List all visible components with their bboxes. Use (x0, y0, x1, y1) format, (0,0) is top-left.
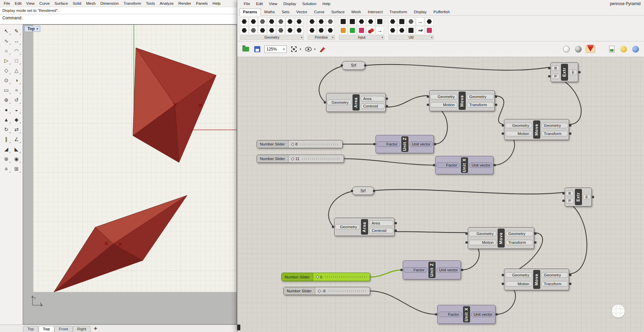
number-slider[interactable]: Number Slider 11 (257, 155, 344, 163)
command-input[interactable]: Command: (0, 14, 237, 24)
input-port[interactable]: Factor (438, 312, 462, 317)
output-port[interactable]: Geometry (506, 231, 534, 236)
curve-tool-icon[interactable]: ∿ (1, 36, 12, 46)
slider-name[interactable]: Number Slider (257, 155, 288, 162)
gh-menu-edit[interactable]: Edit (253, 1, 266, 6)
group-expand-icon[interactable]: ▾ (332, 36, 334, 39)
node-move[interactable]: Geometry Motion Move Geometry Transform (504, 269, 569, 290)
gh-menu-view[interactable]: View (266, 1, 280, 6)
md-slider-icon[interactable] (357, 26, 366, 35)
param-icon[interactable] (308, 26, 316, 35)
info-ball-icon[interactable] (631, 45, 640, 54)
point-tool-icon[interactable]: ● (1, 105, 12, 115)
node-title[interactable]: Move (533, 270, 540, 289)
menu-surface[interactable]: Surface (52, 1, 71, 6)
menu-analyze[interactable]: Analyze (157, 1, 176, 6)
param-icon[interactable] (286, 17, 294, 26)
viewport-menu-caret-icon[interactable]: ▾ (37, 27, 38, 31)
mirror-tool-icon[interactable]: ⇄ (12, 124, 22, 134)
gh-menu-solution[interactable]: Solution (299, 1, 320, 6)
output-port[interactable]: Unit vector (409, 141, 433, 147)
slider-grip[interactable] (318, 289, 321, 293)
relay-icon[interactable] (388, 17, 397, 26)
node-title[interactable]: Move (459, 92, 466, 110)
slider-grip[interactable] (291, 142, 294, 146)
loft-tool-icon[interactable]: ≈ (12, 85, 22, 95)
tab-mesh[interactable]: Mesh (348, 9, 364, 15)
node-move[interactable]: Geometry Motion Move Geometry Transform (429, 90, 495, 111)
output-port[interactable]: Unit vector (471, 312, 495, 317)
group-expand-icon[interactable]: ▾ (382, 36, 383, 39)
polygon-tool-icon[interactable]: ◇ (1, 65, 12, 75)
input-port[interactable]: Geometry (505, 123, 532, 128)
number-slider[interactable]: Number Slider -6 (283, 287, 370, 295)
intersect-tool-icon[interactable]: ⊗ (1, 154, 12, 164)
undo-tool-icon[interactable]: ↺ (12, 95, 22, 105)
slider-track[interactable] (301, 143, 339, 145)
menu-transform[interactable]: Transform (121, 1, 143, 6)
node-unit-x[interactable]: Factor Unit X Unit vector (435, 156, 494, 174)
layers-tool-icon[interactable]: ≡ (1, 164, 12, 174)
boolean-tool-icon[interactable]: ⊕ (1, 95, 12, 105)
fitness-icon[interactable] (407, 26, 415, 35)
input-port[interactable]: Factor (404, 267, 427, 273)
number-slider-icon[interactable] (339, 17, 347, 26)
param-icon[interactable] (258, 26, 267, 35)
gh-canvas[interactable]: Srf B P Extr E Geometry Area Area (237, 57, 644, 332)
node-title[interactable]: Unit Z (428, 262, 436, 278)
input-port[interactable]: B (551, 65, 560, 71)
scribble-icon[interactable] (388, 26, 397, 35)
input-port[interactable]: Geometry (430, 94, 458, 99)
output-port[interactable]: Geometry (541, 272, 568, 278)
output-port[interactable]: E (569, 70, 578, 75)
node-unit-z[interactable]: Factor Unit Z Unit vector (376, 135, 434, 153)
trigger-icon[interactable]: ⇒ (416, 26, 424, 35)
triangle-tool-icon[interactable]: △ (12, 65, 22, 75)
view-tab-front[interactable]: Front (55, 326, 73, 332)
input-port[interactable]: Geometry (335, 224, 360, 230)
output-port[interactable]: Area (361, 96, 385, 101)
gh-menu-file[interactable]: File (241, 1, 253, 6)
zoom-caret-icon[interactable]: ▾ (283, 47, 285, 51)
output-port[interactable]: Transform (506, 240, 534, 245)
node-move[interactable]: Geometry Motion Move Geometry Transform (468, 227, 534, 249)
ribbon-group-label[interactable]: Input ▾ (339, 35, 384, 40)
output-port[interactable]: Centroid (369, 228, 394, 233)
node-title[interactable]: Area (361, 219, 368, 235)
rectangle-tool-icon[interactable]: □ (12, 56, 22, 65)
slider-grip[interactable] (291, 157, 294, 160)
move-tool-icon[interactable]: ↔ (12, 36, 22, 46)
array-tool-icon[interactable]: ⊞ (12, 164, 22, 174)
node-title[interactable]: Move (533, 120, 540, 139)
preview-eye-icon[interactable] (304, 45, 313, 54)
split-tool-icon[interactable]: ◣ (12, 144, 22, 154)
node-title[interactable]: Area (353, 94, 360, 111)
cherry-picker-icon[interactable] (366, 26, 375, 35)
annotate-tool-icon[interactable]: ✎ (12, 26, 22, 36)
tab-params[interactable]: Params (239, 8, 261, 16)
menu-panels[interactable]: Panels (194, 1, 210, 6)
viewport-title[interactable]: Top ▾ (24, 26, 40, 32)
sphere-tool-icon[interactable]: ⊙ (1, 75, 12, 85)
value-list-icon[interactable] (376, 17, 384, 26)
node-title[interactable]: Unit Z (401, 136, 408, 152)
angle-tool-icon[interactable]: ∠ (12, 134, 22, 144)
input-port[interactable]: P (566, 198, 574, 203)
zoom-dropdown[interactable]: 125% ▾ (264, 45, 287, 53)
param-icon[interactable] (277, 17, 285, 26)
input-port[interactable]: Geometry (469, 231, 497, 236)
slider-track[interactable] (302, 157, 341, 160)
param-icon[interactable] (317, 17, 325, 26)
output-port[interactable]: Transform (541, 131, 568, 136)
group-icon[interactable] (398, 26, 406, 35)
solid-tool-icon[interactable]: ◆ (12, 115, 22, 124)
number-slider[interactable]: Number Slider 8 (257, 140, 343, 148)
paint-canvas-icon[interactable] (318, 45, 327, 54)
view-tab-top-1[interactable]: Top (23, 326, 38, 332)
slider-grip[interactable] (316, 275, 319, 279)
wireframe-preview-icon[interactable] (562, 45, 571, 54)
node-area[interactable]: Geometry Area Area Centroid (334, 218, 395, 236)
canvas-scrollbar-nub[interactable] (237, 325, 240, 330)
input-port[interactable]: Factor (436, 162, 460, 168)
preview-caret-icon[interactable]: ▾ (314, 47, 316, 51)
